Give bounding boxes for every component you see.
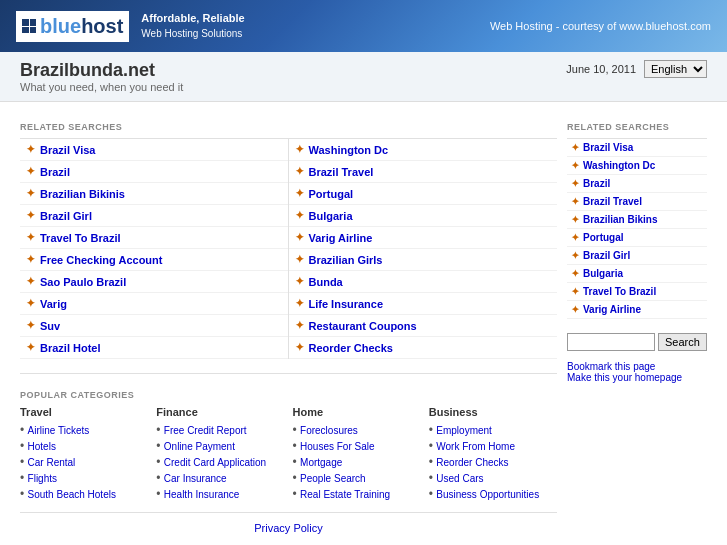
related-link[interactable]: Portugal (309, 188, 354, 200)
list-item: Car Rental (20, 454, 148, 470)
list-item: Foreclosures (293, 422, 421, 438)
related-link[interactable]: Brazilian Girls (309, 254, 383, 266)
popular-link[interactable]: Employment (436, 425, 492, 436)
bullet-icon: ✦ (26, 319, 35, 332)
site-date: June 10, 2011 (566, 63, 636, 75)
related-link[interactable]: Bunda (309, 276, 343, 288)
list-item: People Search (293, 470, 421, 486)
right-related-link[interactable]: Brazilian Bikins (583, 214, 657, 225)
popular-link[interactable]: Car Rental (28, 457, 76, 468)
popular-link[interactable]: Flights (28, 473, 57, 484)
related-item: ✦Bunda (289, 271, 558, 293)
right-bullet-icon: ✦ (571, 286, 579, 297)
tagline-line2: Web Hosting Solutions (141, 28, 242, 39)
related-link[interactable]: Brazil Travel (309, 166, 374, 178)
popular-link[interactable]: Real Estate Training (300, 489, 390, 500)
list-item: Airline Tickets (20, 422, 148, 438)
right-related-link[interactable]: Brazil Visa (583, 142, 633, 153)
popular-link[interactable]: Business Opportunities (436, 489, 539, 500)
popular-link[interactable]: Car Insurance (164, 473, 227, 484)
bullet-icon: ✦ (26, 341, 35, 354)
popular-link[interactable]: Used Cars (436, 473, 483, 484)
related-item: ✦Brazil Hotel (20, 337, 288, 359)
related-link[interactable]: Varig (40, 298, 67, 310)
related-item: ✦Reorder Checks (289, 337, 558, 359)
related-link[interactable]: Life Insurance (309, 298, 384, 310)
related-link[interactable]: Brazil Hotel (40, 342, 101, 354)
related-link[interactable]: Sao Paulo Brazil (40, 276, 126, 288)
right-bullet-icon: ✦ (571, 178, 579, 189)
right-related-link[interactable]: Bulgaria (583, 268, 623, 279)
popular-link[interactable]: Health Insurance (164, 489, 240, 500)
language-select[interactable]: English (644, 60, 707, 78)
related-link[interactable]: Varig Airline (309, 232, 373, 244)
right-related-item: ✦Brazil (567, 175, 707, 193)
list-item: Car Insurance (156, 470, 284, 486)
homepage-link[interactable]: Make this your homepage (567, 372, 707, 383)
popular-link[interactable]: Work From Home (436, 441, 515, 452)
popular-link[interactable]: South Beach Hotels (28, 489, 116, 500)
popular-link[interactable]: Hotels (28, 441, 56, 452)
search-button[interactable]: Search (658, 333, 707, 351)
related-item: ✦Bulgaria (289, 205, 558, 227)
right-related-link[interactable]: Brazil Girl (583, 250, 630, 261)
popular-link[interactable]: Credit Card Application (164, 457, 266, 468)
related-link[interactable]: Reorder Checks (309, 342, 393, 354)
popular-link[interactable]: Mortgage (300, 457, 342, 468)
tagline-line1: Affordable, Reliable (141, 12, 244, 24)
related-link[interactable]: Bulgaria (309, 210, 353, 222)
popular-link[interactable]: Houses For Sale (300, 441, 374, 452)
related-link[interactable]: Travel To Brazil (40, 232, 121, 244)
related-item: ✦Varig Airline (289, 227, 558, 249)
related-searches-grid: ✦Brazil Visa✦Brazil✦Brazilian Bikinis✦Br… (20, 138, 557, 359)
bookmark-area: Bookmark this page Make this your homepa… (567, 361, 707, 383)
popular-link[interactable]: Free Credit Report (164, 425, 247, 436)
related-link[interactable]: Free Checking Account (40, 254, 162, 266)
popular-travel-heading: Travel (20, 406, 148, 418)
right-related-link[interactable]: Travel To Brazil (583, 286, 656, 297)
related-link[interactable]: Suv (40, 320, 60, 332)
privacy-link[interactable]: Privacy Policy (254, 522, 322, 534)
popular-finance: Finance Free Credit ReportOnline Payment… (156, 406, 284, 502)
popular-link[interactable]: People Search (300, 473, 366, 484)
popular-grid: Travel Airline TicketsHotelsCar RentalFl… (20, 406, 557, 502)
related-link[interactable]: Brazilian Bikinis (40, 188, 125, 200)
header: bluehost Affordable, Reliable Web Hostin… (0, 0, 727, 52)
right-related-link[interactable]: Washington Dc (583, 160, 655, 171)
popular-link[interactable]: Online Payment (164, 441, 235, 452)
right-related-item: ✦Portugal (567, 229, 707, 247)
list-item: Real Estate Training (293, 486, 421, 502)
related-link[interactable]: Brazil Girl (40, 210, 92, 222)
popular-link[interactable]: Reorder Checks (436, 457, 508, 468)
search-input[interactable] (567, 333, 655, 351)
right-bullet-icon: ✦ (571, 196, 579, 207)
right-related-link[interactable]: Brazil (583, 178, 610, 189)
right-related-item: ✦Travel To Brazil (567, 283, 707, 301)
header-right-text: Web Hosting - courtesy of www.bluehost.c… (490, 20, 711, 32)
right-related-item: ✦Washington Dc (567, 157, 707, 175)
bullet-icon: ✦ (295, 297, 304, 310)
bullet-icon: ✦ (26, 187, 35, 200)
logo-text: bluehost (40, 15, 123, 38)
popular-link[interactable]: Foreclosures (300, 425, 358, 436)
related-link[interactable]: Washington Dc (309, 144, 389, 156)
right-related-link[interactable]: Varig Airline (583, 304, 641, 315)
related-link[interactable]: Brazil Visa (40, 144, 95, 156)
right-related-list: ✦Brazil Visa✦Washington Dc✦Brazil✦Brazil… (567, 138, 707, 319)
bookmark-link[interactable]: Bookmark this page (567, 361, 707, 372)
right-related-item: ✦Bulgaria (567, 265, 707, 283)
list-item: Flights (20, 470, 148, 486)
right-related-link[interactable]: Brazil Travel (583, 196, 642, 207)
related-link[interactable]: Restaurant Coupons (309, 320, 417, 332)
bullet-icon: ✦ (295, 275, 304, 288)
related-link[interactable]: Brazil (40, 166, 70, 178)
list-item: Used Cars (429, 470, 557, 486)
right-related-link[interactable]: Portugal (583, 232, 624, 243)
related-item: ✦Brazil (20, 161, 288, 183)
popular-travel: Travel Airline TicketsHotelsCar RentalFl… (20, 406, 148, 502)
related-col-left: ✦Brazil Visa✦Brazil✦Brazilian Bikinis✦Br… (20, 139, 289, 359)
search-box-area: Search (567, 333, 707, 351)
right-related-item: ✦Brazil Travel (567, 193, 707, 211)
right-bullet-icon: ✦ (571, 232, 579, 243)
popular-link[interactable]: Airline Tickets (28, 425, 90, 436)
